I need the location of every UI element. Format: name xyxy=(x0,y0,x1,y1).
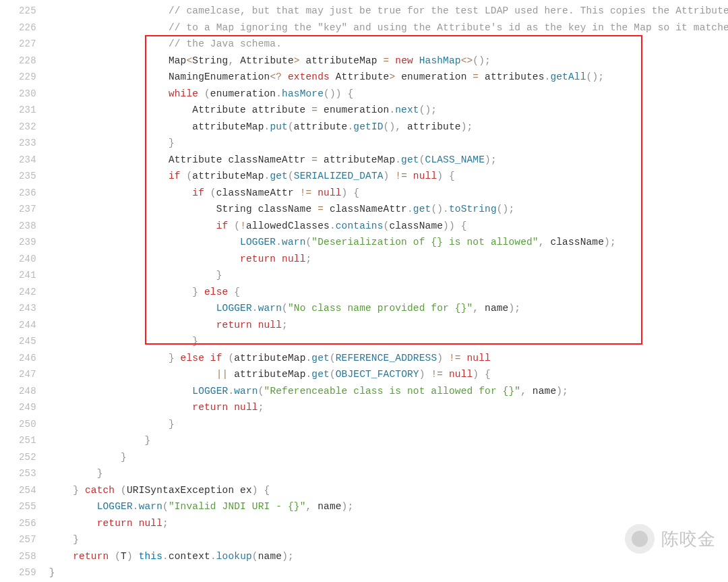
code-line[interactable]: LOGGER.warn("Invalid JNDI URI - {}", nam… xyxy=(43,498,728,515)
line-number: 253 xyxy=(0,465,36,482)
code-line[interactable]: LOGGER.warn("No class name provided for … xyxy=(43,300,728,317)
line-number: 239 xyxy=(0,234,36,251)
line-number: 234 xyxy=(0,152,36,169)
line-number: 241 xyxy=(0,267,36,284)
line-number: 254 xyxy=(0,482,36,499)
line-number: 255 xyxy=(0,498,36,515)
line-number: 256 xyxy=(0,515,36,532)
line-number: 230 xyxy=(0,86,36,103)
code-line[interactable]: } xyxy=(43,564,728,581)
line-number: 246 xyxy=(0,350,36,367)
code-line[interactable]: String className = classNameAttr.get().t… xyxy=(43,201,728,218)
line-number: 251 xyxy=(0,432,36,449)
code-line[interactable]: if (attributeMap.get(SERIALIZED_DATA) !=… xyxy=(43,168,728,185)
code-line[interactable]: } else if (attributeMap.get(REFERENCE_AD… xyxy=(43,350,728,367)
line-number: 233 xyxy=(0,135,36,152)
line-number: 252 xyxy=(0,449,36,466)
code-line[interactable]: } catch (URISyntaxException ex) { xyxy=(43,482,728,499)
code-line[interactable]: Attribute classNameAttr = attributeMap.g… xyxy=(43,152,728,169)
code-line[interactable]: return null; xyxy=(43,251,728,268)
line-number: 231 xyxy=(0,102,36,119)
line-number: 247 xyxy=(0,366,36,383)
code-line[interactable]: Attribute attribute = enumeration.next()… xyxy=(43,102,728,119)
line-number: 259 xyxy=(0,564,36,581)
code-line[interactable]: } xyxy=(43,432,728,449)
line-number: 232 xyxy=(0,119,36,136)
code-line[interactable]: // camelcase, but that may just be true … xyxy=(43,3,728,20)
line-number: 248 xyxy=(0,383,36,400)
line-number: 226 xyxy=(0,20,36,36)
line-number: 244 xyxy=(0,317,36,334)
code-line[interactable]: // the Java schema. xyxy=(43,36,728,53)
line-number: 249 xyxy=(0,399,36,416)
watermark-avatar xyxy=(625,524,655,554)
code-line[interactable]: } xyxy=(43,135,728,152)
code-viewer: 2252262272282292302312322332342352362372… xyxy=(0,0,728,582)
line-number: 227 xyxy=(0,36,36,53)
code-line[interactable]: || attributeMap.get(OBJECT_FACTORY) != n… xyxy=(43,366,728,383)
line-number: 250 xyxy=(0,416,36,433)
code-line[interactable]: NamingEnumeration<? extends Attribute> e… xyxy=(43,69,728,86)
line-number: 229 xyxy=(0,69,36,86)
code-line[interactable]: } xyxy=(43,333,728,350)
line-number: 236 xyxy=(0,185,36,202)
line-number: 237 xyxy=(0,201,36,218)
code-line[interactable]: if (!allowedClasses.contains(className))… xyxy=(43,218,728,235)
line-number: 258 xyxy=(0,548,36,565)
code-line[interactable]: // to a Map ignoring the "key" and using… xyxy=(43,20,728,36)
line-number: 228 xyxy=(0,53,36,69)
code-line[interactable]: return null; xyxy=(43,399,728,416)
code-line[interactable]: Map<String, Attribute> attributeMap = ne… xyxy=(43,53,728,69)
line-number: 235 xyxy=(0,168,36,185)
line-number-gutter: 2252262272282292302312322332342352362372… xyxy=(0,0,43,582)
line-number: 257 xyxy=(0,531,36,548)
code-line[interactable]: LOGGER.warn("Referenceable class is not … xyxy=(43,383,728,400)
code-line[interactable]: return null; xyxy=(43,317,728,334)
line-number: 245 xyxy=(0,333,36,350)
line-number: 240 xyxy=(0,251,36,268)
line-number: 242 xyxy=(0,284,36,301)
line-number: 238 xyxy=(0,218,36,235)
code-line[interactable]: } else { xyxy=(43,284,728,301)
code-line[interactable]: } xyxy=(43,449,728,466)
watermark-text: 陈咬金 xyxy=(661,527,716,551)
code-line[interactable]: } xyxy=(43,416,728,433)
code-line[interactable]: } xyxy=(43,267,728,284)
line-number: 225 xyxy=(0,3,36,20)
code-line[interactable]: } xyxy=(43,465,728,482)
code-line[interactable]: while (enumeration.hasMore()) { xyxy=(43,86,728,103)
line-number: 243 xyxy=(0,300,36,317)
code-line[interactable]: LOGGER.warn("Deserialization of {} is no… xyxy=(43,234,728,251)
code-line[interactable]: attributeMap.put(attribute.getID(), attr… xyxy=(43,119,728,136)
code-line[interactable]: if (classNameAttr != null) { xyxy=(43,185,728,202)
watermark: 陈咬金 xyxy=(625,524,716,554)
code-content[interactable]: // camelcase, but that may just be true … xyxy=(43,0,728,582)
